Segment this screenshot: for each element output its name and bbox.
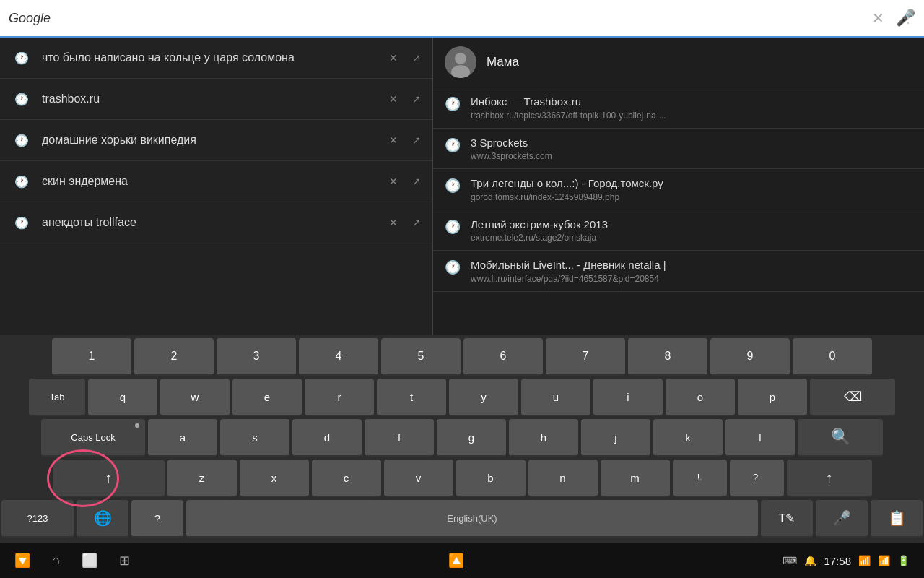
- key-search[interactable]: 🔍: [798, 419, 883, 457]
- suggestion-actions-5: ✕ ↗: [383, 214, 421, 231]
- key-k[interactable]: k: [653, 419, 723, 457]
- key-o[interactable]: o: [666, 379, 735, 416]
- history-item-5[interactable]: 🕐 Мобильный LiveInt... - Дневник netalla…: [433, 251, 924, 292]
- nav-screenshot-button[interactable]: ⊞: [119, 553, 130, 569]
- key-6[interactable]: 6: [463, 338, 543, 376]
- key-r[interactable]: r: [305, 379, 374, 416]
- key-question[interactable]: ?: [131, 500, 183, 538]
- key-clipboard[interactable]: 📋: [871, 500, 923, 538]
- key-shift-right[interactable]: ↑: [787, 460, 872, 497]
- contact-item[interactable]: Мама: [433, 38, 924, 87]
- key-8[interactable]: 8: [628, 338, 707, 376]
- suggestion-item[interactable]: 🕐 что было написано на кольце у царя сол…: [0, 38, 432, 79]
- arrow-suggestion-3[interactable]: ↗: [412, 134, 421, 146]
- key-shift-left[interactable]: ↑: [53, 460, 165, 497]
- key-f[interactable]: f: [365, 419, 434, 457]
- key-l[interactable]: l: [725, 419, 795, 457]
- key-a[interactable]: a: [148, 419, 217, 457]
- capslock-label: Caps Lock: [71, 432, 115, 443]
- key-q[interactable]: q: [88, 379, 157, 416]
- nav-up-button[interactable]: 🔼: [448, 553, 464, 569]
- key-t[interactable]: t: [377, 379, 446, 416]
- wifi-icon: 📶: [858, 555, 871, 566]
- suggestion-text-4: скин эндермена: [42, 175, 383, 188]
- key-capslock[interactable]: Caps Lock: [41, 419, 145, 457]
- key-globe[interactable]: 🌐: [77, 500, 128, 538]
- remove-suggestion-4[interactable]: ✕: [383, 173, 404, 190]
- signal-icon: 📶: [878, 555, 890, 566]
- key-1[interactable]: 1: [52, 338, 131, 376]
- key-z[interactable]: z: [167, 460, 237, 497]
- remove-suggestion-3[interactable]: ✕: [383, 131, 404, 149]
- shift-left-icon: ↑: [105, 470, 112, 486]
- arrow-suggestion-5[interactable]: ↗: [412, 217, 421, 228]
- clear-icon[interactable]: ✕: [872, 9, 884, 27]
- key-i[interactable]: i: [593, 379, 663, 416]
- capslock-dot: [135, 423, 139, 428]
- keyboard: 1 2 3 4 5 6 7 8 9 0 Tab q w e r t y u i …: [0, 335, 924, 543]
- key-m[interactable]: m: [601, 460, 670, 497]
- history-title-1: Инбокс — Trashbox.ru: [471, 95, 666, 109]
- key-backspace[interactable]: ⌫: [810, 379, 895, 416]
- suggestion-item[interactable]: 🕐 домашние хорьки википедия ✕ ↗: [0, 120, 432, 161]
- svg-point-1: [455, 53, 466, 64]
- key-h[interactable]: h: [509, 419, 578, 457]
- key-microphone[interactable]: 🎤: [816, 500, 868, 538]
- contact-name: Мама: [487, 55, 519, 69]
- arrow-suggestion-4[interactable]: ↗: [412, 176, 421, 187]
- suggestion-text-2: trashbox.ru: [42, 92, 383, 105]
- key-g[interactable]: g: [437, 419, 506, 457]
- key-b[interactable]: b: [456, 460, 526, 497]
- remove-suggestion-5[interactable]: ✕: [383, 214, 404, 231]
- nav-recent-button[interactable]: ⬜: [82, 553, 97, 569]
- remove-suggestion-1[interactable]: ✕: [383, 49, 404, 66]
- history-item-4[interactable]: 🕐 Летний экстрим-кубок 2013 extreme.tele…: [433, 210, 924, 251]
- suggestion-actions-4: ✕ ↗: [383, 173, 421, 190]
- key-123[interactable]: ?123: [1, 500, 74, 538]
- nav-home-button[interactable]: ⌂: [52, 553, 60, 569]
- key-7[interactable]: 7: [546, 338, 625, 376]
- key-exclamation[interactable]: !,: [673, 460, 727, 497]
- history-item-3[interactable]: 🕐 Три легенды о кол...:) - Город.томск.р…: [433, 169, 924, 210]
- history-url-2: www.3sprockets.com: [471, 151, 552, 161]
- key-question-dot[interactable]: ?.: [730, 460, 784, 497]
- search-input[interactable]: [9, 11, 872, 26]
- history-content-4: Летний экстрим-кубок 2013 extreme.tele2.…: [471, 217, 608, 243]
- key-5[interactable]: 5: [381, 338, 461, 376]
- key-0[interactable]: 0: [793, 338, 872, 376]
- menu-dots-button[interactable]: ⋮: [901, 9, 915, 26]
- key-j[interactable]: j: [581, 419, 650, 457]
- key-n[interactable]: n: [528, 460, 598, 497]
- key-s[interactable]: s: [220, 419, 289, 457]
- arrow-suggestion-1[interactable]: ↗: [412, 52, 421, 64]
- key-c[interactable]: c: [312, 460, 381, 497]
- key-y[interactable]: y: [449, 379, 518, 416]
- suggestion-text-5: анекдоты trollface: [42, 216, 383, 229]
- key-u[interactable]: u: [521, 379, 590, 416]
- keyboard-icon: ⌨: [783, 555, 797, 566]
- suggestion-item[interactable]: 🕐 скин эндермена ✕ ↗: [0, 161, 432, 202]
- key-text-format[interactable]: T✎: [761, 500, 813, 538]
- notification-icon: 🔔: [804, 555, 816, 566]
- suggestion-item[interactable]: 🕐 анекдоты trollface ✕ ↗: [0, 202, 432, 243]
- key-9[interactable]: 9: [710, 338, 790, 376]
- key-space[interactable]: English(UK): [186, 500, 758, 538]
- suggestion-item[interactable]: 🕐 trashbox.ru ✕ ↗: [0, 79, 432, 120]
- key-4[interactable]: 4: [299, 338, 378, 376]
- key-p[interactable]: p: [738, 379, 807, 416]
- arrow-suggestion-2[interactable]: ↗: [412, 93, 421, 105]
- key-2[interactable]: 2: [134, 338, 214, 376]
- key-e[interactable]: e: [232, 379, 302, 416]
- nav-center: 🔼: [448, 553, 464, 569]
- key-w[interactable]: w: [160, 379, 230, 416]
- key-d[interactable]: d: [292, 419, 362, 457]
- nav-back-button[interactable]: 🔽: [14, 553, 30, 569]
- key-3[interactable]: 3: [217, 338, 296, 376]
- history-item-2[interactable]: 🕐 3 Sprockets www.3sprockets.com: [433, 129, 924, 170]
- key-v[interactable]: v: [384, 460, 453, 497]
- key-x[interactable]: x: [240, 460, 309, 497]
- history-title-4: Летний экстрим-кубок 2013: [471, 217, 608, 232]
- key-tab[interactable]: Tab: [29, 379, 85, 416]
- history-item-1[interactable]: 🕐 Инбокс — Trashbox.ru trashbox.ru/topic…: [433, 87, 924, 129]
- remove-suggestion-2[interactable]: ✕: [383, 90, 404, 108]
